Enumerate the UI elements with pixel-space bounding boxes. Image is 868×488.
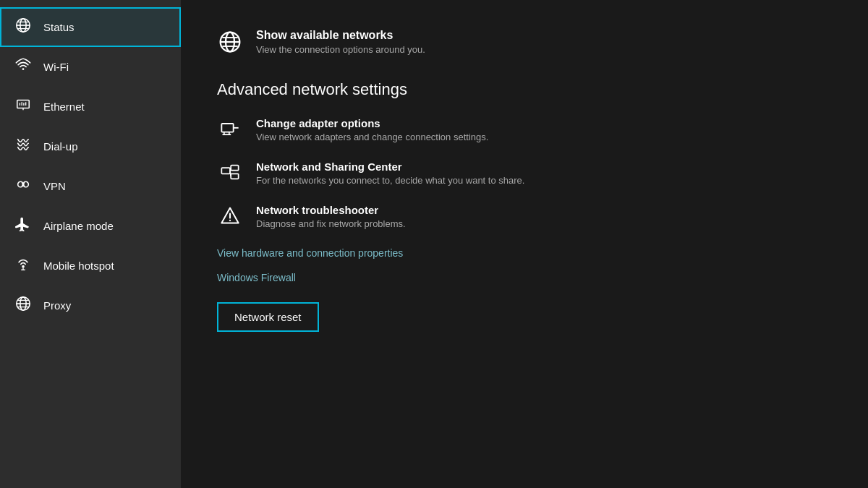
svg-line-36 [230,171,231,176]
network-reset-button[interactable]: Network reset [217,302,319,332]
adapter-subtitle: View network adapters and change connect… [256,132,488,142]
troubleshooter-title: Network troubleshooter [256,204,406,216]
sidebar-item-proxy[interactable]: Proxy [0,286,181,325]
svg-rect-34 [231,174,239,179]
vpn-icon [14,176,32,196]
hardware-link[interactable]: View hardware and connection properties [217,247,832,259]
svg-point-14 [22,265,25,268]
svg-point-5 [22,68,25,70]
dialup-icon [14,137,32,156]
sidebar-item-airplane[interactable]: Airplane mode [0,206,181,246]
troubleshooter-item[interactable]: Network troubleshooter Diagnose and fix … [217,204,832,230]
main-content: Show available networks View the connect… [181,0,868,488]
adapter-title: Change adapter options [256,117,488,129]
adapter-icon [217,119,243,143]
svg-line-35 [230,168,231,171]
sidebar-item-wifi[interactable]: Wi-Fi [0,47,181,87]
sidebar-label-airplane: Airplane mode [43,220,114,232]
globe-icon [14,17,32,37]
svg-rect-27 [221,124,233,132]
advanced-settings-heading: Advanced network settings [217,80,832,99]
sidebar-label-proxy: Proxy [43,299,71,312]
sidebar-item-hotspot[interactable]: Mobile hotspot [0,246,181,286]
sidebar-item-vpn[interactable]: VPN [0,166,181,206]
sidebar-label-status: Status [43,21,75,33]
sidebar-item-dialup[interactable]: Dial-up [0,127,181,166]
sidebar-label-hotspot: Mobile hotspot [43,260,114,272]
show-networks-item[interactable]: Show available networks View the connect… [217,29,832,59]
show-networks-title: Show available networks [256,29,425,42]
troubleshooter-text: Network troubleshooter Diagnose and fix … [256,204,406,229]
sidebar: Status Wi-Fi Ethernet [0,0,181,488]
sidebar-label-vpn: VPN [43,180,66,192]
sidebar-item-ethernet[interactable]: Ethernet [0,87,181,127]
sharing-subtitle: For the networks you connect to, decide … [256,175,524,186]
sidebar-item-status[interactable]: Status [0,7,181,47]
ethernet-icon [14,97,32,116]
show-networks-text: Show available networks View the connect… [256,29,425,55]
sharing-icon [217,162,243,187]
show-networks-subtitle: View the connection options around you. [256,44,425,55]
proxy-globe-icon [14,296,32,315]
wifi-icon [14,57,32,77]
adapter-text: Change adapter options View network adap… [256,117,488,142]
troubleshoot-icon [217,205,243,230]
show-networks-icon [217,30,243,59]
hotspot-icon [14,256,32,275]
svg-rect-6 [17,100,30,108]
svg-rect-33 [231,166,239,171]
airplane-icon [14,216,32,236]
change-adapter-item[interactable]: Change adapter options View network adap… [217,117,832,143]
svg-point-38 [229,220,231,221]
sharing-text: Network and Sharing Center For the netwo… [256,160,524,186]
svg-rect-32 [221,168,230,174]
sidebar-label-ethernet: Ethernet [43,100,85,113]
sidebar-label-wifi: Wi-Fi [43,61,69,73]
sharing-title: Network and Sharing Center [256,160,524,173]
sharing-center-item[interactable]: Network and Sharing Center For the netwo… [217,160,832,187]
troubleshooter-subtitle: Diagnose and fix network problems. [256,218,406,229]
sidebar-label-dialup: Dial-up [43,140,78,153]
firewall-link[interactable]: Windows Firewall [217,272,832,283]
